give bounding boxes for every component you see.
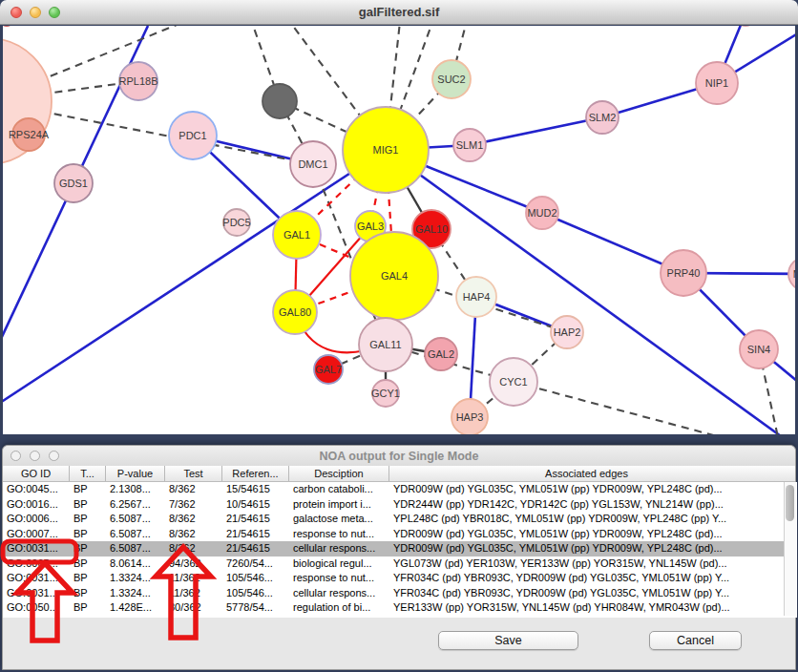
network-node-dark[interactable] [262, 84, 297, 118]
go-results-table[interactable]: GO:0045...BP2.1308...8/36215/54615carbon… [3, 482, 784, 616]
table-cell: regulation of bi... [289, 600, 389, 616]
node-label-prp40: PRP40 [667, 267, 701, 279]
table-cell: BP [70, 571, 106, 586]
node-label-slm2: SLM2 [589, 112, 617, 123]
node-label-msn: MSN [793, 268, 795, 280]
table-cell: 1.3324... [106, 571, 165, 586]
network-svg: RPL18BRPS24AGDS1PDC1PDC5MIG1SUC2SLM1DMC1… [3, 26, 795, 434]
table-cell: 6.5087... [106, 512, 165, 527]
table-row[interactable]: GO:0065...BP8.0614...94/3627260/54...bio… [3, 556, 784, 572]
table-cell: 21/54615 [222, 527, 289, 542]
table-cell: 15/54615 [222, 482, 289, 497]
table-cell: GO:0016... [3, 497, 70, 513]
table-cell: 105/546... [222, 586, 289, 601]
node-label-pdc1: PDC1 [178, 130, 206, 141]
node-label-hap3: HAP3 [456, 411, 484, 423]
table-cell: 8/362 [165, 512, 222, 527]
node-label-gal4: GAL4 [381, 270, 408, 282]
table-cell: 8/362 [165, 541, 222, 556]
node-label-gal3: GAL3 [357, 220, 384, 232]
column-header-3[interactable]: Test [165, 466, 222, 481]
table-header-row: GO IDT...P-valueTestReferen...Desciption… [3, 466, 795, 482]
table-cell: BP [70, 586, 106, 601]
network-edge[interactable] [514, 382, 721, 434]
node-label-gal10: GAL10 [415, 223, 448, 235]
table-row[interactable]: GO:0050...BP1.428E...80/3625778/54...reg… [3, 600, 784, 616]
column-header-4[interactable]: Referen... [222, 466, 289, 481]
node-label-rps24a: RPS24A [9, 129, 50, 140]
network-canvas[interactable]: RPL18BRPS24AGDS1PDC1PDC5MIG1SUC2SLM1DMC1… [3, 26, 795, 434]
column-header-6[interactable]: Associated edges [389, 466, 784, 481]
node-label-mig1: MIG1 [373, 144, 399, 156]
table-cell: 8.0614... [106, 556, 165, 572]
noa-output-window: NOA output for Single Mode GO IDT...P-va… [2, 445, 796, 670]
table-cell: GO:0031... [3, 541, 70, 556]
table-cell: YDR009W (pd) YGL035C, YML051W (pp) YDR00… [389, 527, 784, 542]
table-cell: response to nut... [289, 527, 389, 542]
table-cell: BP [70, 600, 106, 616]
table-cell: GO:0045... [3, 482, 70, 497]
table-scrollbar[interactable] [784, 482, 796, 616]
table-cell: galactose meta... [289, 512, 389, 527]
table-cell: 21/54615 [222, 541, 289, 556]
table-cell: 1.428E... [106, 600, 165, 616]
table-cell: BP [70, 512, 106, 527]
table-cell: YFR034C (pd) YBR093C, YDR009W (pd) YGL03… [389, 586, 784, 601]
column-header-2[interactable]: P-value [106, 466, 165, 481]
column-header-1[interactable]: T... [70, 466, 106, 481]
table-row[interactable]: GO:0016...BP6.2567...7/36210/54615protei… [3, 497, 784, 513]
table-cell: 21/54615 [222, 512, 289, 527]
node-label-dmc1: DMC1 [298, 158, 327, 170]
node-label-slm1: SLM1 [456, 139, 484, 151]
table-row[interactable]: GO:0031...BP1.3324...11/362105/546...cel… [3, 586, 784, 601]
node-label-nip1: NIP1 [705, 77, 728, 89]
main-window-titlebar[interactable]: galFiltered.sif [0, 0, 798, 25]
noa-window-titlebar[interactable]: NOA output for Single Mode [3, 446, 795, 467]
save-button[interactable]: Save [438, 631, 578, 650]
column-header-0[interactable]: GO ID [3, 466, 70, 481]
column-header-5[interactable]: Desciption [289, 466, 389, 481]
table-cell: 6.5087... [106, 541, 165, 556]
table-cell: 10/54615 [222, 497, 289, 513]
table-cell: 5778/54... [222, 600, 289, 616]
table-cell: biological regul... [289, 556, 389, 572]
node-label-gds1: GDS1 [59, 178, 88, 189]
table-cell: 7/362 [165, 497, 222, 513]
table-cell: YPL248C (pd) YBR018C, YML051W (pp) YDR00… [389, 512, 784, 527]
table-cell: 1.3324... [106, 586, 165, 601]
table-cell: GO:0007... [3, 527, 70, 542]
table-cell: 105/546... [222, 571, 289, 586]
table-cell: BP [70, 482, 106, 497]
table-cell: protein import i... [289, 497, 389, 513]
node-label-rpl18b: RPL18B [119, 75, 158, 87]
table-cell: carbon cataboli... [289, 482, 389, 497]
table-cell: 8/362 [165, 482, 222, 497]
node-label-gal80: GAL80 [279, 306, 311, 318]
table-cell: BP [70, 541, 106, 556]
table-row[interactable]: GO:0045...BP2.1308...8/36215/54615carbon… [3, 482, 784, 497]
noa-window-title: NOA output for Single Mode [3, 450, 795, 463]
table-row[interactable]: GO:0031...BP1.3324...11/362105/546...res… [3, 571, 784, 586]
table-cell: BP [70, 497, 106, 513]
table-cell: YFR034C (pd) YBR093C, YDR009W (pd) YGL03… [389, 571, 784, 586]
table-cell: YGL073W (pd) YER103W, YER133W (pp) YOR31… [389, 556, 784, 572]
table-row[interactable]: GO:0006...BP6.5087...8/36221/54615galact… [3, 512, 784, 527]
table-cell: cellular respons... [289, 541, 389, 556]
table-row[interactable]: GO:0007...BP6.5087...8/36221/54615respon… [3, 527, 784, 542]
node-label-gal1: GAL1 [284, 229, 310, 241]
table-cell: 80/362 [165, 600, 222, 616]
cancel-button[interactable]: Cancel [649, 631, 742, 650]
table-cell: response to nut... [289, 571, 389, 586]
node-label-pdc5: PDC5 [222, 217, 250, 228]
table-cell: GO:0065... [3, 556, 70, 572]
node-label-gcy1: GCY1 [371, 388, 400, 399]
table-cell: GO:0050... [3, 600, 70, 616]
table-cell: 6.5087... [106, 527, 165, 542]
node-label-mud2: MUD2 [527, 207, 556, 219]
network-edge[interactable] [470, 117, 602, 145]
table-row[interactable]: GO:0031...BP6.5087...8/36221/54615cellul… [3, 541, 784, 556]
scrollbar-thumb[interactable] [786, 485, 794, 521]
table-cell: 94/362 [165, 556, 222, 572]
main-window-title: galFiltered.sif [0, 5, 798, 19]
table-cell: 8/362 [165, 527, 222, 542]
